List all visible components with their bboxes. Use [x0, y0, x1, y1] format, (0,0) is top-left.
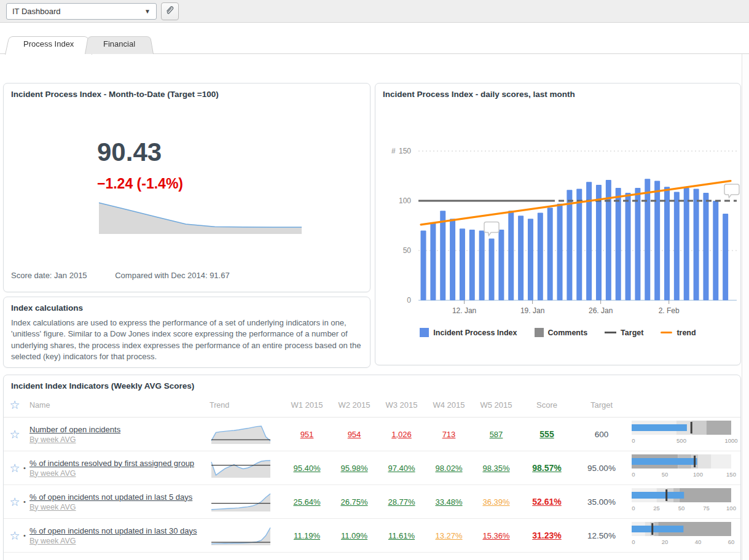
by-week-avg-link[interactable]: By week AVG [29, 469, 210, 478]
svg-text:50: 50 [403, 246, 412, 255]
week-value-link[interactable]: 28.77% [388, 497, 415, 507]
table-row: ☆% of incidents resolved by first assign… [4, 451, 740, 485]
week-value-link[interactable]: 11.19% [294, 531, 320, 540]
week-value-link[interactable]: 25.64% [293, 497, 320, 507]
col-w5: W5 2015 [473, 400, 520, 410]
legend-label: Comments [548, 329, 588, 337]
legend-item-comments: Comments [535, 328, 588, 337]
by-week-avg-link[interactable]: By week AVG [29, 537, 210, 545]
tab-process-index[interactable]: Process Index [5, 34, 92, 54]
daily-scores-chart: 050100150#12. Jan19. Jan26. Jan2. Feb [375, 108, 740, 323]
paperclip-icon [165, 5, 175, 18]
week-value-link[interactable]: 36.39% [482, 497, 509, 507]
favorite-star-icon[interactable]: ☆ [4, 496, 26, 508]
week-value-cell: 1,026 [378, 430, 425, 439]
legend-swatch-bar [420, 328, 429, 337]
favorite-star-icon[interactable]: ☆ [4, 462, 26, 474]
trend-sparkline [210, 489, 283, 514]
tab-financial[interactable]: Financial [85, 34, 154, 54]
week-value-link[interactable]: 95.40% [293, 464, 320, 473]
week-value-link[interactable]: 713 [442, 430, 456, 439]
svg-text:50: 50 [678, 505, 685, 511]
favorite-star-icon[interactable]: ☆ [4, 429, 26, 440]
vertical-scrollbar[interactable] [742, 54, 749, 560]
week-value-link[interactable]: 33.48% [435, 497, 462, 507]
week-value-cell: 11.09% [331, 531, 378, 540]
score-link[interactable]: 98.57% [532, 463, 561, 473]
week-value-link[interactable]: 97.40% [388, 464, 415, 473]
svg-text:2. Feb: 2. Feb [659, 306, 680, 315]
indicator-name-link[interactable]: Number of open incidents [29, 425, 210, 434]
panel-title: Incident Process Index - Month-to-Date (… [4, 84, 370, 99]
svg-text:500: 500 [676, 437, 686, 444]
indicator-name-link[interactable]: % of incidents resolved by first assigne… [29, 459, 210, 468]
svg-text:1000: 1000 [724, 437, 737, 444]
svg-text:150: 150 [726, 471, 736, 478]
week-value-link[interactable]: 1,026 [391, 430, 412, 439]
week-value-cell: 97.40% [378, 464, 425, 473]
week-value-link[interactable]: 11.09% [341, 531, 367, 540]
link-button[interactable] [161, 2, 179, 20]
svg-text:75: 75 [703, 505, 710, 511]
col-target: Target [574, 400, 629, 410]
svg-text:0: 0 [632, 437, 635, 444]
week-value-cell: 954 [331, 430, 378, 439]
week-value-cell: 28.77% [378, 497, 425, 507]
svg-text:150: 150 [399, 147, 411, 155]
week-value-cell: 25.64% [283, 497, 331, 507]
week-value-link[interactable]: 954 [348, 430, 361, 439]
svg-text:19. Jan: 19. Jan [520, 306, 544, 315]
comment-bubble-icon[interactable] [484, 222, 499, 236]
indicators-table-panel: Incident Index Indicators (Weekly AVG Sc… [3, 375, 741, 560]
indicator-name-cell: % of open incidents not updated in last … [26, 492, 210, 511]
week-value-link[interactable]: 13.27% [435, 531, 462, 540]
col-w1: W1 2015 [283, 400, 331, 410]
comment-bubble-icon[interactable] [724, 184, 739, 198]
by-week-avg-link[interactable]: By week AVG [29, 503, 210, 511]
target-bullet-chart: 05001000 [629, 419, 740, 449]
target-value: 95.00% [574, 464, 629, 473]
favorite-star-icon[interactable]: ☆ [4, 399, 26, 411]
indicator-name-cell: Number of open incidentsBy week AVG [26, 425, 210, 444]
week-value-link[interactable]: 95.98% [340, 464, 367, 473]
indicator-name-link[interactable]: % of open incidents not updated in last … [29, 492, 210, 502]
indicator-name-link[interactable]: % of open incidents not updated in last … [29, 526, 210, 535]
daily-scores-panel: Incident Process Index - daily scores, l… [375, 83, 741, 365]
week-value-cell: 98.35% [473, 464, 520, 473]
col-w4: W4 2015 [425, 400, 473, 410]
legend-item-trend: trend [661, 328, 696, 337]
score-cell: 52.61% [520, 497, 574, 507]
tab-label: Process Index [23, 39, 74, 49]
svg-text:26. Jan: 26. Jan [589, 306, 613, 315]
panel-title: Index calculations [4, 297, 370, 313]
target-bullet-chart: 0204060 [629, 520, 740, 551]
indicator-name-cell: % of incidents resolved by first assigne… [26, 459, 210, 478]
week-value-link[interactable]: 26.75% [340, 497, 367, 507]
target-value: 35.00% [574, 497, 629, 507]
svg-text:60: 60 [728, 539, 735, 545]
compare-label: Compared with Dec 2014: 91.67 [115, 271, 229, 280]
by-week-avg-link[interactable]: By week AVG [29, 435, 210, 444]
week-value-link[interactable]: 951 [300, 430, 314, 439]
svg-text:0: 0 [632, 539, 635, 545]
svg-text:#: # [391, 147, 396, 155]
week-value-link[interactable]: 98.35% [482, 464, 509, 473]
week-value-link[interactable]: 15.36% [482, 531, 509, 540]
favorite-star-icon[interactable]: ☆ [4, 530, 26, 542]
svg-text:100: 100 [693, 471, 703, 478]
week-value-link[interactable]: 98.02% [435, 464, 462, 473]
score-link[interactable]: 52.61% [532, 497, 561, 507]
week-value-link[interactable]: 587 [490, 430, 503, 439]
dashboard-select[interactable]: IT Dashboard ▼ [6, 3, 157, 20]
score-link[interactable]: 555 [539, 429, 554, 439]
week-value-cell: 36.39% [473, 497, 520, 507]
mtd-trend-chart [93, 199, 308, 237]
col-name: Name [26, 401, 210, 410]
week-value-cell: 95.40% [283, 464, 331, 473]
legend-swatch-trend [661, 332, 672, 333]
week-value-link[interactable]: 11.61% [388, 531, 415, 540]
week-value-cell: 587 [473, 430, 520, 439]
week-value-cell: 713 [425, 430, 473, 439]
trend-sparkline [210, 456, 283, 480]
score-link[interactable]: 31.23% [532, 531, 561, 540]
